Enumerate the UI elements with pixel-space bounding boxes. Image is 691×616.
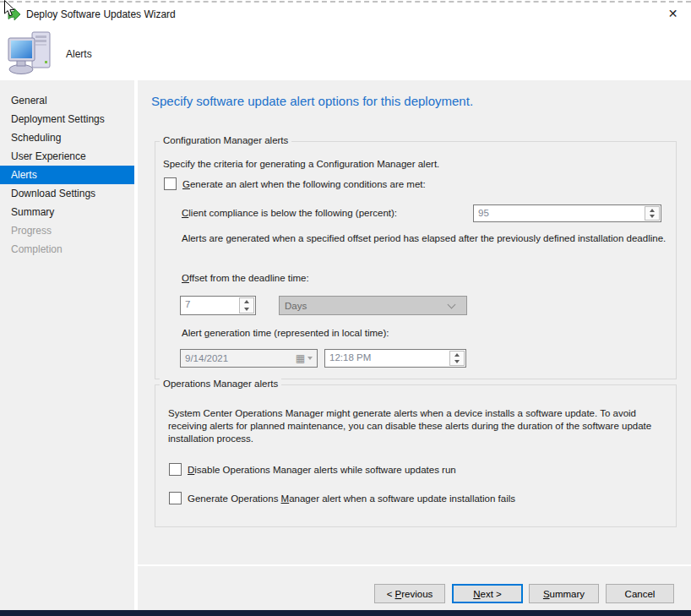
offset-value: 7 — [181, 297, 238, 314]
alert-generation-time-label: Alert generation time (represented in lo… — [182, 328, 389, 338]
spinner-down-icon — [450, 358, 464, 365]
criteria-text: Specify the criteria for generating a Co… — [163, 159, 439, 169]
sidebar-item-download-settings[interactable]: Download Settings — [0, 184, 134, 203]
spinner-down-icon — [240, 306, 253, 313]
sidebar-item-summary[interactable]: Summary — [0, 203, 134, 221]
offset-deadline-label: Offset from the deadline time: — [182, 273, 309, 283]
sidebar-item-general[interactable]: General — [0, 91, 134, 110]
sidebar-item-completion: Completion — [0, 240, 134, 259]
mouse-cursor-icon — [3, 0, 16, 22]
client-compliance-value: 95 — [474, 205, 644, 221]
summary-button[interactable]: Summary — [529, 584, 599, 603]
client-compliance-label: Client compliance is below the following… — [182, 208, 397, 218]
time-spinner — [449, 351, 465, 366]
offset-unit-value: Days — [280, 301, 449, 311]
sidebar-item-deployment-settings[interactable]: Deployment Settings — [0, 110, 134, 128]
spinner-up-icon — [645, 207, 659, 214]
disable-ops-alerts-checkbox[interactable] — [169, 463, 182, 476]
config-manager-group-title: Configuration Manager alerts — [160, 135, 291, 145]
operations-manager-alerts-group — [155, 384, 677, 527]
calendar-icon: ▦ — [296, 354, 305, 363]
wizard-step-title: Alerts — [66, 48, 92, 60]
page-title: Specify software update alert options fo… — [151, 94, 473, 108]
operations-manager-group-title: Operations Manager alerts — [160, 379, 281, 389]
spinner-up-icon — [450, 352, 464, 358]
chevron-down-icon — [449, 302, 456, 309]
generate-fail-alert-checkbox-row: Generate Operations Manager alert when a… — [169, 492, 515, 504]
offset-unit-dropdown: Days — [279, 296, 467, 315]
alert-date-value: 9/14/2021 — [181, 353, 296, 363]
close-icon[interactable]: ✕ — [661, 4, 684, 23]
offset-value-input: 7 — [180, 296, 256, 315]
sidebar-item-user-experience[interactable]: User Experience — [0, 147, 134, 166]
dropdown-arrow-icon — [307, 357, 313, 360]
generate-alert-checkbox[interactable] — [164, 177, 177, 190]
alert-time-value: 12:18 PM — [325, 350, 449, 367]
disable-ops-alerts-checkbox-row: Disable Operations Manager alerts while … — [169, 463, 456, 476]
client-compliance-input: 95 — [473, 204, 661, 222]
operations-manager-info-text: System Center Operations Manager might g… — [168, 407, 672, 445]
generate-fail-alert-checkbox-label[interactable]: Generate Operations Manager alert when a… — [188, 493, 515, 504]
cancel-button[interactable]: Cancel — [606, 584, 674, 603]
alert-time-input: 12:18 PM — [324, 349, 466, 368]
disable-ops-alerts-checkbox-label[interactable]: Disable Operations Manager alerts while … — [188, 465, 456, 475]
spinner-up-icon — [240, 298, 253, 306]
sidebar-item-scheduling[interactable]: Scheduling — [0, 128, 134, 147]
background-window-artifact — [0, 1, 691, 3]
offset-spinner — [239, 297, 254, 313]
previous-button[interactable]: < Previous — [374, 584, 445, 603]
generate-alert-checkbox-row: Generate an alert when the following con… — [164, 177, 426, 190]
taskbar-edge-bar — [0, 610, 691, 616]
wizard-steps-sidebar: General Deployment Settings Scheduling U… — [0, 80, 134, 610]
sidebar-item-progress: Progress — [0, 221, 134, 240]
compliance-spinner — [645, 206, 660, 221]
window-title: Deploy Software Updates Wizard — [26, 8, 176, 20]
offset-info-text: Alerts are generated when a specified of… — [182, 233, 666, 243]
next-button[interactable]: Next > — [452, 584, 523, 603]
sidebar-item-alerts[interactable]: Alerts — [0, 166, 134, 184]
footer-divider — [138, 564, 691, 566]
computer-icon — [7, 28, 56, 80]
alert-date-picker: 9/14/2021 ▦ — [180, 349, 318, 368]
spinner-down-icon — [645, 214, 659, 221]
generate-fail-alert-checkbox[interactable] — [169, 492, 182, 504]
generate-alert-checkbox-label[interactable]: Generate an alert when the following con… — [182, 179, 426, 189]
